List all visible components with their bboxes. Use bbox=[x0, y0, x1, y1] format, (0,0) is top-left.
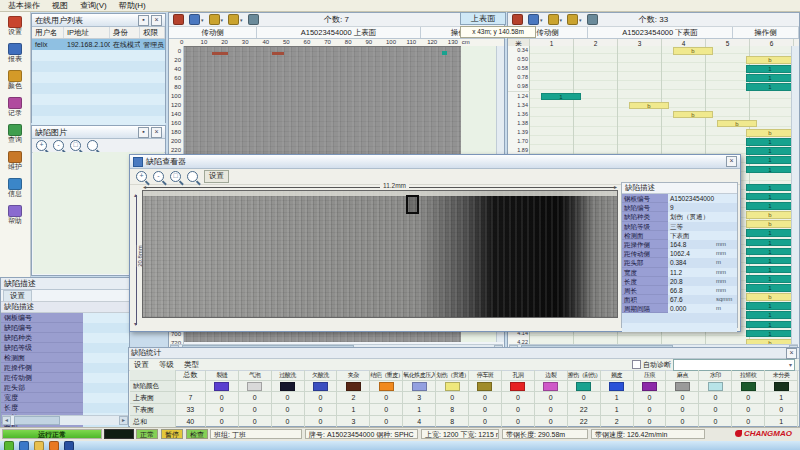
defect-cell[interactable]: 1 bbox=[746, 239, 794, 247]
zoom-out-icon[interactable]: - bbox=[153, 171, 164, 182]
view-mode-dropdown[interactable]: ▾ bbox=[189, 15, 204, 24]
save-dropdown[interactable]: ▾ bbox=[228, 15, 243, 24]
stats-tab[interactable]: 设置 bbox=[129, 360, 154, 370]
defect-cell[interactable]: 1 bbox=[746, 275, 794, 283]
scroll-left-icon[interactable]: ◂ bbox=[2, 416, 11, 425]
settings-button[interactable]: 设置 bbox=[204, 170, 229, 183]
defect-properties: 缺陷描述 钢板编号A15023454000缺陷编号9缺陷种类划伤（贯通）缺陷等级… bbox=[621, 182, 738, 328]
stats-tab[interactable]: 等级 bbox=[154, 360, 179, 370]
save-dropdown[interactable]: ▾ bbox=[567, 15, 582, 24]
defect-cell[interactable]: 1 bbox=[746, 302, 794, 310]
tab-settings[interactable]: 设置 bbox=[3, 290, 32, 301]
grade-filter-dropdown[interactable]: ▾ bbox=[548, 15, 563, 24]
toolbar-button[interactable]: 设置 bbox=[0, 12, 30, 39]
user-row[interactable]: felix192.168.2.100在线模式管理员 bbox=[32, 39, 165, 50]
defect-cell[interactable]: b bbox=[717, 120, 757, 128]
defect-cell[interactable]: b bbox=[746, 56, 794, 64]
zoom-reset-icon[interactable] bbox=[87, 140, 98, 151]
defect-viewer-window[interactable]: 缺陷查看器 × +-□设置 ◂▸ 11.2mm ▴▾ 20.8mm 缺陷描述 钢… bbox=[129, 154, 741, 332]
toolbar-button[interactable]: 查询 bbox=[0, 120, 30, 147]
toolbar-button[interactable]: 颜色 bbox=[0, 66, 30, 93]
close-icon[interactable]: × bbox=[151, 127, 162, 138]
zoom-reset-icon[interactable] bbox=[187, 171, 198, 182]
zoom-in-icon[interactable]: + bbox=[36, 140, 47, 151]
defect-mark[interactable] bbox=[442, 51, 447, 55]
defect-mark[interactable] bbox=[212, 52, 228, 55]
ruler-tick-label: 80 bbox=[345, 39, 352, 45]
defect-cell[interactable]: 1 bbox=[746, 147, 794, 155]
quick-launch-green-icon[interactable] bbox=[4, 441, 14, 450]
defect-cell[interactable]: b bbox=[629, 102, 669, 110]
scroll-right-icon[interactable]: ▸ bbox=[119, 416, 128, 425]
defect-cell[interactable]: 1 bbox=[746, 138, 794, 146]
menu-item[interactable]: 视图 bbox=[46, 0, 74, 11]
close-icon[interactable]: × bbox=[786, 348, 797, 359]
defect-cell[interactable]: 1 bbox=[746, 202, 794, 210]
defect-cell[interactable]: b bbox=[673, 111, 713, 119]
export-icon[interactable] bbox=[248, 15, 259, 24]
pin-icon[interactable]: ▪ bbox=[138, 15, 149, 26]
vertical-scrollbar[interactable] bbox=[791, 46, 799, 344]
search-icon bbox=[8, 124, 22, 136]
close-icon[interactable]: × bbox=[151, 15, 162, 26]
defect-cell[interactable]: b bbox=[746, 293, 794, 301]
folder-icon[interactable] bbox=[34, 441, 44, 450]
ruler-tick-label: 180 bbox=[171, 129, 181, 135]
defect-cell[interactable]: b bbox=[746, 129, 794, 137]
defect-marker[interactable] bbox=[406, 195, 419, 214]
zoom-window-icon[interactable]: □ bbox=[170, 171, 181, 182]
close-icon[interactable]: × bbox=[726, 156, 737, 167]
toolbar-button[interactable]: 维护 bbox=[0, 147, 30, 174]
viewer-titlebar[interactable]: 缺陷查看器 × bbox=[130, 155, 740, 169]
ie-browser-icon[interactable] bbox=[19, 441, 29, 450]
defect-cell[interactable]: 1 bbox=[746, 74, 794, 82]
defect-cell[interactable]: 1 bbox=[746, 184, 794, 192]
toolbar-button[interactable]: 信息 bbox=[0, 174, 30, 201]
zoom-out-icon[interactable]: - bbox=[53, 140, 64, 151]
property-row: 钢板编号A15023454000 bbox=[622, 194, 737, 203]
defect-cell[interactable]: 1 bbox=[541, 93, 581, 101]
menu-item[interactable]: 帮助(H) bbox=[113, 0, 152, 11]
defect-cell[interactable]: 1 bbox=[746, 156, 794, 164]
pin-icon[interactable]: ▪ bbox=[138, 127, 149, 138]
defect-cell[interactable]: b bbox=[746, 220, 794, 228]
defect-cell[interactable]: 1 bbox=[746, 83, 794, 91]
defect-cell[interactable]: 1 bbox=[746, 311, 794, 319]
defect-cell[interactable]: 1 bbox=[746, 284, 794, 292]
defect-cell[interactable]: b bbox=[673, 47, 713, 55]
auto-diagnosis-checkbox[interactable] bbox=[632, 360, 641, 369]
defect-cell[interactable]: 1 bbox=[746, 229, 794, 237]
app-blue-icon[interactable] bbox=[64, 441, 74, 450]
print-icon[interactable] bbox=[173, 15, 184, 24]
export-icon[interactable] bbox=[587, 15, 598, 24]
horizontal-scrollbar[interactable]: ◂ ▸ bbox=[2, 415, 128, 425]
grade-filter-dropdown[interactable]: ▾ bbox=[209, 15, 224, 24]
defect-cell[interactable]: 1 bbox=[746, 65, 794, 73]
color-swatch bbox=[379, 382, 394, 391]
toolbar-button[interactable]: 帮助 bbox=[0, 201, 30, 228]
defect-cell[interactable]: 1 bbox=[746, 330, 794, 338]
toolbar-button[interactable]: 报表 bbox=[0, 39, 30, 66]
defect-cell[interactable]: 1 bbox=[746, 321, 794, 329]
defect-cell[interactable]: b bbox=[746, 211, 794, 219]
zoom-window-icon[interactable]: □ bbox=[70, 140, 81, 151]
stats-col-header: 拉矫纹 bbox=[732, 370, 765, 380]
defect-cell[interactable]: 1 bbox=[746, 193, 794, 201]
defect-surface-image[interactable] bbox=[142, 190, 618, 318]
property-value: 164.8 bbox=[668, 240, 716, 249]
defect-cell[interactable]: 1 bbox=[746, 257, 794, 265]
toolbar-button[interactable]: 记录 bbox=[0, 93, 30, 120]
zoom-in-icon[interactable]: + bbox=[136, 171, 147, 182]
menu-item[interactable]: 基本操作 bbox=[2, 0, 46, 11]
defect-cell[interactable]: 1 bbox=[746, 266, 794, 274]
menu-item[interactable]: 查询(V) bbox=[74, 0, 113, 11]
defect-cell[interactable]: 1 bbox=[746, 248, 794, 256]
stats-value: 0 bbox=[469, 404, 502, 415]
windows-taskbar[interactable] bbox=[0, 440, 800, 450]
defect-mark[interactable] bbox=[272, 52, 284, 55]
scroll-thumb[interactable] bbox=[14, 416, 60, 425]
defect-cell[interactable]: 1 bbox=[746, 166, 794, 174]
diagnosis-dropdown[interactable]: ▾ bbox=[673, 359, 795, 371]
media-player-icon[interactable] bbox=[49, 441, 59, 450]
stats-tab[interactable]: 类型 bbox=[179, 360, 204, 370]
